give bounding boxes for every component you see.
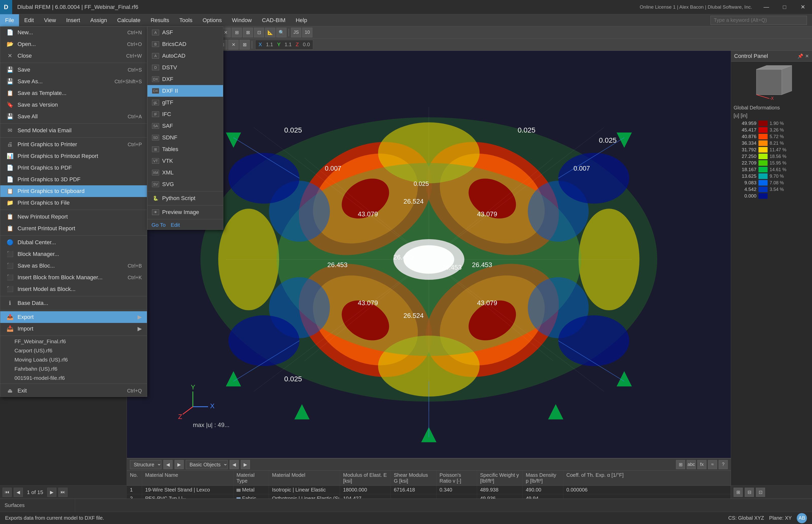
tb-btn-11[interactable]: JS — [291, 28, 301, 37]
basic-objects-dropdown[interactable]: Basic Objects — [186, 460, 227, 469]
fmd-import[interactable]: 📥 Import ▶ — [0, 323, 147, 334]
esm-tables[interactable]: ⊞ Tables — [148, 144, 223, 155]
esm-svg[interactable]: SV SVG — [148, 179, 223, 190]
menu-options[interactable]: Options — [198, 14, 227, 27]
tb-btn-10[interactable]: 🔍 — [276, 28, 287, 37]
menu-results[interactable]: Results — [146, 14, 174, 27]
tb-btn-9[interactable]: 📐 — [265, 28, 275, 37]
legend-row-8: 13.625 9.70 % — [733, 174, 810, 179]
fmd-saveall[interactable]: 💾 Save All Ctrl+A — [0, 111, 147, 122]
esm-sdnf[interactable]: SD SDNF — [148, 132, 223, 144]
mat-tb-5[interactable]: ? — [718, 460, 728, 469]
esm-preview[interactable]: 👁 Preview Image — [148, 207, 223, 218]
menu-edit[interactable]: Edit — [19, 14, 39, 27]
search-input[interactable] — [711, 16, 807, 25]
fmd-save[interactable]: 💾 Save Ctrl+S — [0, 64, 147, 76]
close-button[interactable]: ✕ — [794, 0, 812, 14]
fmd-printfile[interactable]: 📁 Print Graphics to File — [0, 197, 147, 209]
esm-goto[interactable]: Go To — [152, 222, 166, 228]
nav-next-btn[interactable]: ▶ — [47, 488, 56, 497]
btab-surfaces[interactable]: Surfaces — [0, 499, 75, 512]
annotation-43079-4: 43.079 — [477, 299, 497, 307]
fmd-basedata[interactable]: ℹ Base Data... — [0, 297, 147, 309]
fmd-recent-1[interactable]: FF_Webinar_Final.rf6 — [0, 337, 147, 346]
tb2-btn-21[interactable]: ⊠ — [239, 40, 250, 49]
fmd-printpdf[interactable]: 📄 Print Graphics to PDF — [0, 162, 147, 174]
esm-autocad[interactable]: A AutoCAD — [148, 50, 223, 62]
fmd-recent-3[interactable]: Moving Loads (US).rf6 — [0, 355, 147, 364]
tb-btn-7[interactable]: ⊠ — [243, 28, 253, 37]
menu-cadbim[interactable]: CAD-BIM — [257, 14, 290, 27]
fmd-recent-5[interactable]: 001591-model-file.rf6 — [0, 374, 147, 382]
annotation-43079-3: 43.079 — [358, 299, 378, 307]
mat-row-0[interactable]: 1 19-Wire Steel Strand | Lexco Metal Iso… — [127, 486, 731, 494]
fmd-exit[interactable]: ⏏ Exit Ctrl+Q — [0, 385, 147, 396]
esm-ifc[interactable]: IF IFC — [148, 109, 223, 120]
fmd-recent-4[interactable]: Fahrbahn (US).rf6 — [0, 364, 147, 374]
fmd-email[interactable]: ✉ Send Model via Email — [0, 125, 147, 136]
fmd-newreport[interactable]: 📋 New Printout Report — [0, 211, 147, 223]
fmd-print3dpdf[interactable]: 📄 Print Graphics to 3D PDF — [0, 174, 147, 185]
nav-prev-btn[interactable]: ◀ — [14, 488, 23, 497]
esm-xml[interactable]: XM XML — [148, 167, 223, 179]
fmd-new[interactable]: 📄 New... Ctrl+N — [0, 27, 147, 38]
esm-python[interactable]: 🐍 Python Script — [148, 193, 223, 204]
esm-edit[interactable]: Edit — [171, 222, 180, 228]
menu-assign[interactable]: Assign — [85, 14, 112, 27]
esm-dstv[interactable]: D DSTV — [148, 62, 223, 73]
minimize-button[interactable]: — — [757, 0, 776, 14]
esm-saf[interactable]: SA SAF — [148, 120, 223, 132]
menu-calculate[interactable]: Calculate — [112, 14, 146, 27]
fmd-open[interactable]: 📂 Open... Ctrl+O — [0, 38, 147, 50]
fmd-insertblock[interactable]: ⬛ Insert Block from Block Manager... Ctr… — [0, 272, 147, 283]
cp-close-icon[interactable]: ✕ — [805, 53, 809, 59]
mat-next2-btn[interactable]: ▶ — [241, 460, 250, 469]
fmd-printclipboard[interactable]: 📋 Print Graphics to Clipboard — [0, 185, 147, 197]
mat-row-1[interactable]: 2 PES-PVC Typ I |-- Fabric Orthotropic |… — [127, 494, 731, 498]
structure-dropdown[interactable]: Structure — [130, 460, 162, 469]
mat-prev2-btn[interactable]: ◀ — [230, 460, 239, 469]
esm-dxfii[interactable]: DX DXF II — [148, 85, 223, 97]
esm-vtk[interactable]: VT VTK — [148, 155, 223, 167]
fmd-printprinter[interactable]: 🖨 Print Graphics to Printer Ctrl+P — [0, 138, 147, 150]
tb-btn-6[interactable]: ⊞ — [232, 28, 242, 37]
tb-btn-12[interactable]: 10 — [302, 28, 312, 37]
mat-prev-btn[interactable]: ◀ — [164, 460, 172, 469]
esm-asf[interactable]: A ASF — [148, 27, 223, 38]
cp-btn-3[interactable]: ⊡ — [756, 488, 765, 497]
fmd-recent-2[interactable]: Carport (US).rf6 — [0, 346, 147, 355]
menu-insert[interactable]: Insert — [61, 14, 85, 27]
fmd-saveasbloc[interactable]: ⬛ Save as Bloc... Ctrl+B — [0, 260, 147, 272]
esm-bricscad[interactable]: B BricsCAD — [148, 38, 223, 50]
tb2-btn-20[interactable]: ✕ — [229, 40, 238, 49]
menu-file[interactable]: File — [0, 14, 19, 27]
fmd-blockmanager[interactable]: ⬛ Block Manager... — [0, 248, 147, 260]
menu-help[interactable]: Help — [290, 14, 312, 27]
fmd-printreport[interactable]: 📊 Print Graphics to Printout Report — [0, 150, 147, 162]
fmd-close[interactable]: ✕ Close Ctrl+W — [0, 50, 147, 62]
menu-window[interactable]: Window — [227, 14, 257, 27]
fmd-dlubalcenter[interactable]: 🔵 Dlubal Center... — [0, 236, 147, 248]
menu-tools[interactable]: Tools — [174, 14, 198, 27]
cp-pin-icon[interactable]: 📌 — [797, 53, 803, 59]
esm-dxf[interactable]: DX DXF — [148, 73, 223, 85]
mat-tb-1[interactable]: ⊞ — [676, 460, 685, 469]
fmd-export[interactable]: 📤 Export ▶ — [0, 311, 147, 323]
fmd-insertmodel[interactable]: ⬛ Insert Model as Block... — [0, 283, 147, 295]
tb-btn-8[interactable]: ⊡ — [254, 28, 264, 37]
cp-btn-2[interactable]: ⊟ — [745, 488, 754, 497]
fmd-savetemplate[interactable]: 📋 Save as Template... — [0, 87, 147, 99]
mat-tb-3[interactable]: fx — [697, 460, 707, 469]
fmd-currentreport[interactable]: 📋 Current Printout Report — [0, 223, 147, 234]
nav-last-btn[interactable]: ⏭ — [58, 488, 68, 497]
mat-next-btn[interactable]: ▶ — [174, 460, 184, 469]
fmd-saveversion[interactable]: 🔖 Save as Version — [0, 99, 147, 111]
cp-btn-1[interactable]: ⊞ — [733, 488, 743, 497]
maximize-button[interactable]: □ — [776, 0, 794, 14]
menu-view[interactable]: View — [39, 14, 61, 27]
esm-gltf[interactable]: gL glTF — [148, 97, 223, 109]
fmd-saveas[interactable]: 💾 Save As... Ctrl+Shift+S — [0, 76, 147, 87]
nav-first-btn[interactable]: ⏮ — [2, 488, 12, 497]
mat-tb-2[interactable]: abc — [687, 460, 696, 469]
mat-tb-4[interactable]: ≈ — [708, 460, 717, 469]
